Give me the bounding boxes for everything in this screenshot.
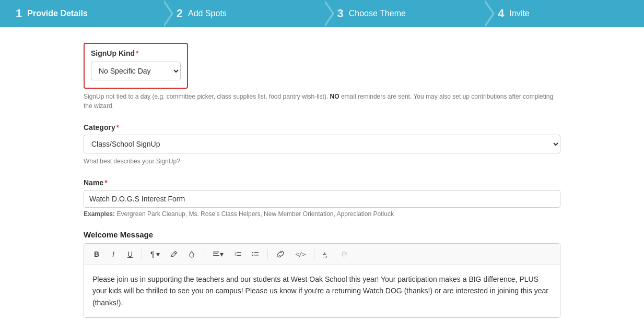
- svg-rect-6: [237, 255, 241, 256]
- svg-point-7: [252, 252, 253, 253]
- signup-kind-hint: SignUp not tied to a day (e.g. committee…: [84, 92, 560, 111]
- toolbar-link[interactable]: [272, 247, 289, 261]
- toolbar-underline[interactable]: U: [123, 247, 137, 261]
- name-input[interactable]: [84, 190, 560, 208]
- toolbar-italic[interactable]: I: [106, 247, 121, 261]
- step-2[interactable]: 2 Add Spots: [162, 0, 323, 27]
- svg-rect-1: [213, 254, 218, 255]
- category-hint: What best describes your SignUp?: [84, 157, 560, 166]
- step-4-number: 4: [498, 7, 504, 20]
- step-1-number: 1: [16, 7, 22, 20]
- svg-text:2.: 2.: [235, 254, 237, 257]
- step-3-number: 3: [337, 7, 344, 20]
- main-content: SignUp Kind* No Specific Day Single Day …: [0, 27, 644, 322]
- stepper: 1 Provide Details 2 Add Spots 3 Choose T…: [0, 0, 644, 27]
- name-examples: Examples: Evergreen Park Cleanup, Ms. Ro…: [84, 210, 560, 218]
- toolbar-divider-3: [267, 249, 268, 259]
- toolbar-divider-1: [142, 249, 142, 259]
- toolbar-unordered-list[interactable]: [248, 247, 263, 261]
- toolbar-code[interactable]: </>: [291, 247, 310, 261]
- signup-kind-label: SignUp Kind*: [91, 49, 181, 57]
- toolbar-ordered-list[interactable]: 1. 2.: [230, 247, 245, 261]
- editor-content[interactable]: Please join us in supporting the teacher…: [84, 265, 560, 317]
- svg-rect-8: [254, 252, 259, 253]
- step-1-label: Provide Details: [27, 9, 88, 18]
- toolbar-divider-2: [204, 249, 204, 259]
- svg-rect-0: [213, 252, 219, 253]
- toolbar-bold[interactable]: B: [89, 247, 104, 261]
- toolbar-align[interactable]: ▾: [208, 247, 228, 261]
- toolbar-eraser[interactable]: [166, 247, 182, 261]
- svg-point-9: [252, 255, 253, 256]
- editor-toolbar: B I U ¶ ▾: [84, 244, 560, 265]
- toolbar-paragraph[interactable]: ¶ ▾: [146, 247, 164, 261]
- category-select[interactable]: Class/School SignUp Church/Religious Com…: [84, 135, 560, 153]
- svg-rect-4: [237, 252, 241, 253]
- step-3[interactable]: 3 Choose Theme: [323, 0, 484, 27]
- signup-kind-box: SignUp Kind* No Specific Day Single Day …: [84, 43, 188, 89]
- toolbar-redo[interactable]: [336, 247, 352, 261]
- step-2-label: Add Spots: [188, 9, 227, 18]
- step-1[interactable]: 1 Provide Details: [0, 0, 162, 27]
- step-3-label: Choose Theme: [349, 9, 406, 18]
- svg-rect-10: [254, 255, 259, 256]
- toolbar-color[interactable]: [184, 247, 200, 261]
- toolbar-undo[interactable]: [319, 247, 334, 261]
- signup-kind-select[interactable]: No Specific Day Single Day Multi-Day Rec…: [91, 62, 181, 80]
- step-2-number: 2: [177, 7, 183, 20]
- toolbar-divider-4: [314, 249, 314, 259]
- rich-text-editor: B I U ¶ ▾: [84, 243, 560, 318]
- category-label: Category*: [84, 123, 560, 132]
- category-section: Category* Class/School SignUp Church/Rel…: [84, 123, 560, 166]
- name-section: Name* Examples: Evergreen Park Cleanup, …: [84, 178, 560, 218]
- welcome-message-section: Welcome Message B I U ¶ ▾: [84, 230, 560, 318]
- step-4[interactable]: 4 Invite: [483, 0, 644, 27]
- welcome-message-label: Welcome Message: [84, 230, 560, 239]
- step-4-label: Invite: [510, 9, 530, 18]
- svg-rect-2: [213, 255, 219, 256]
- signup-kind-section: SignUp Kind* No Specific Day Single Day …: [84, 43, 560, 111]
- name-label: Name*: [84, 178, 560, 187]
